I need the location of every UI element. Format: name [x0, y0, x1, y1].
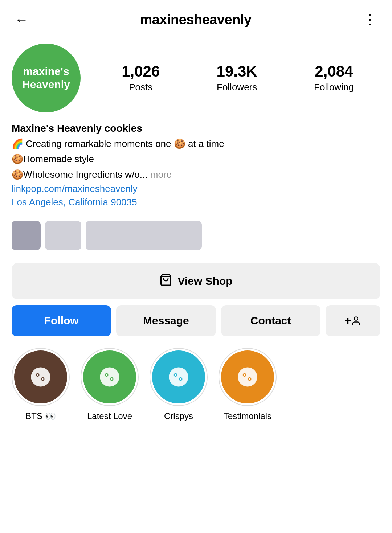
blur-box-2 [45, 221, 81, 250]
following-count: 2,084 [315, 63, 353, 80]
action-buttons-row: Follow Message Contact + [0, 305, 392, 336]
svg-point-2 [31, 368, 50, 387]
blur-box-1 [12, 221, 41, 250]
highlight-label-latest-love: Latest Love [87, 411, 132, 421]
bio-line-2: 🍪Homemade style [12, 152, 380, 165]
profile-section: maxine's Heavenly 1,026 Posts 19.3K Foll… [0, 36, 392, 112]
highlight-bts[interactable]: BTS 👀 [12, 348, 70, 421]
svg-point-16 [180, 378, 181, 380]
svg-point-5 [37, 374, 38, 376]
avatar: maxine's Heavenly [12, 44, 81, 112]
highlight-label-testimonials: Testimonials [224, 411, 271, 421]
bio-line-1: 🌈 Creating remarkable moments one 🍪 at a… [12, 137, 380, 150]
stat-following[interactable]: 2,084 Following [314, 63, 354, 93]
message-button[interactable]: Message [116, 305, 216, 336]
followers-count: 19.3K [217, 63, 257, 80]
cookie-icon-testimonials [235, 364, 260, 390]
bio-section: Maxine's Heavenly cookies 🌈 Creating rem… [0, 123, 392, 208]
view-shop-label: View Shop [177, 275, 232, 287]
highlight-latest-love[interactable]: Latest Love [81, 348, 139, 421]
svg-point-11 [111, 378, 113, 380]
avatar-wrap[interactable]: maxine's Heavenly [12, 44, 81, 112]
svg-point-21 [249, 378, 250, 380]
contact-button[interactable]: Contact [221, 305, 320, 336]
svg-point-17 [238, 368, 257, 387]
profile-top: maxine's Heavenly 1,026 Posts 19.3K Foll… [12, 44, 380, 112]
highlights-preview [0, 215, 392, 257]
add-friend-icon: + [345, 315, 351, 327]
highlight-ring-latest-love [81, 348, 139, 406]
highlight-inner-testimonials [221, 350, 274, 403]
back-button[interactable]: ← [12, 11, 31, 29]
add-friend-button[interactable]: + [326, 305, 380, 336]
cookie-icon-crispys [166, 364, 191, 390]
cookie-icon-latest-love [97, 364, 122, 390]
stat-posts[interactable]: 1,026 Posts [122, 63, 160, 93]
highlight-label-crispys: Crispys [164, 411, 193, 421]
following-label: Following [314, 82, 354, 93]
highlight-inner-latest-love [83, 350, 136, 403]
svg-point-12 [169, 368, 188, 387]
highlight-inner-bts [14, 350, 67, 403]
person-icon [351, 316, 361, 326]
blur-box-3 [86, 221, 202, 250]
bio-name: Maxine's Heavenly cookies [12, 123, 380, 134]
followers-label: Followers [217, 82, 257, 93]
bio-line-3: 🍪Wholesome Ingredients w/o... more [12, 168, 380, 181]
posts-count: 1,026 [122, 63, 160, 80]
avatar-text: maxine's Heavenly [19, 61, 74, 95]
stats-row: 1,026 Posts 19.3K Followers 2,084 Follow… [95, 63, 380, 93]
bio-link[interactable]: linkpop.com/maxinesheavenly [12, 183, 380, 194]
svg-point-1 [355, 317, 358, 320]
posts-label: Posts [129, 82, 152, 93]
stat-followers[interactable]: 19.3K Followers [217, 63, 257, 93]
more-options-button[interactable]: ⋮ [360, 10, 380, 29]
highlight-ring-crispys [150, 348, 208, 406]
svg-point-20 [244, 374, 245, 376]
view-shop-button[interactable]: View Shop [12, 263, 380, 299]
cookie-icon-bts [28, 364, 53, 390]
svg-point-10 [106, 374, 107, 376]
highlight-inner-crispys [152, 350, 205, 403]
shop-icon [159, 273, 172, 289]
profile-header: ← maxinesheavenly ⋮ [0, 0, 392, 36]
svg-point-15 [175, 374, 176, 376]
follow-button[interactable]: Follow [12, 305, 111, 336]
highlight-ring-bts [12, 348, 70, 406]
bio-location: Los Angeles, California 90035 [12, 197, 137, 208]
bio-more-link[interactable]: more [150, 169, 172, 180]
highlight-testimonials[interactable]: Testimonials [219, 348, 277, 421]
header-title: maxinesheavenly [140, 12, 251, 28]
highlight-ring-testimonials [219, 348, 277, 406]
svg-point-7 [100, 368, 119, 387]
highlight-crispys[interactable]: Crispys [150, 348, 208, 421]
story-highlights: BTS 👀 Latest Love [0, 348, 392, 433]
highlight-label-bts: BTS 👀 [25, 411, 56, 421]
svg-point-6 [42, 378, 44, 380]
